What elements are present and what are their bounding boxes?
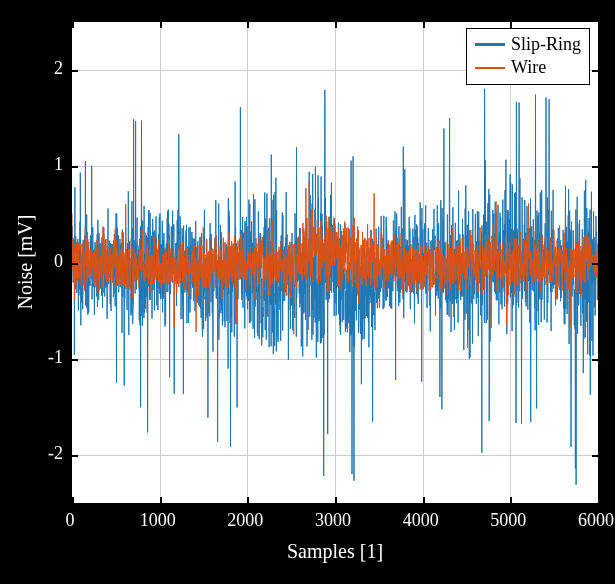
x-tick-mark	[335, 497, 337, 503]
x-tick-label: 6000	[578, 510, 614, 531]
y-tick-label: -1	[3, 346, 63, 367]
y-tick-label: -2	[3, 442, 63, 463]
x-tick-mark	[247, 497, 249, 503]
legend-swatch-wire	[475, 67, 505, 70]
x-tick-mark	[247, 22, 249, 28]
y-tick-mark	[72, 263, 78, 265]
x-tick-mark	[510, 22, 512, 28]
y-tick-mark	[72, 359, 78, 361]
x-tick-mark	[423, 22, 425, 28]
legend-item-slip-ring: Slip-Ring	[475, 33, 581, 56]
y-tick-mark	[592, 359, 598, 361]
y-tick-mark	[592, 455, 598, 457]
y-tick-label: 2	[3, 58, 63, 79]
x-tick-mark	[72, 22, 74, 28]
y-tick-mark	[72, 455, 78, 457]
x-tick-mark	[598, 22, 600, 28]
x-axis-label: Samples [1]	[287, 540, 383, 563]
x-tick-label: 4000	[403, 510, 439, 531]
x-tick-mark	[335, 22, 337, 28]
x-tick-mark	[72, 497, 74, 503]
legend: Slip-Ring Wire	[466, 28, 590, 85]
legend-item-wire: Wire	[475, 56, 581, 79]
data-layer	[72, 22, 598, 503]
y-axis-label: Noise [mV]	[14, 215, 37, 310]
x-tick-mark	[423, 497, 425, 503]
y-tick-mark	[72, 70, 78, 72]
x-tick-mark	[160, 22, 162, 28]
x-tick-label: 2000	[227, 510, 263, 531]
plot-area: Slip-Ring Wire	[70, 20, 600, 505]
y-tick-mark	[592, 263, 598, 265]
y-tick-mark	[72, 166, 78, 168]
x-tick-mark	[510, 497, 512, 503]
y-tick-mark	[592, 166, 598, 168]
legend-label-wire: Wire	[511, 56, 546, 79]
legend-swatch-slip-ring	[475, 43, 505, 46]
x-tick-label: 3000	[315, 510, 351, 531]
y-tick-mark	[592, 70, 598, 72]
legend-label-slip-ring: Slip-Ring	[511, 33, 581, 56]
noise-chart: Slip-Ring Wire -2-1012 01000200030004000…	[0, 0, 615, 584]
x-tick-label: 1000	[140, 510, 176, 531]
y-tick-label: 1	[3, 154, 63, 175]
x-tick-mark	[598, 497, 600, 503]
x-tick-label: 0	[66, 510, 75, 531]
x-tick-label: 5000	[490, 510, 526, 531]
x-tick-mark	[160, 497, 162, 503]
